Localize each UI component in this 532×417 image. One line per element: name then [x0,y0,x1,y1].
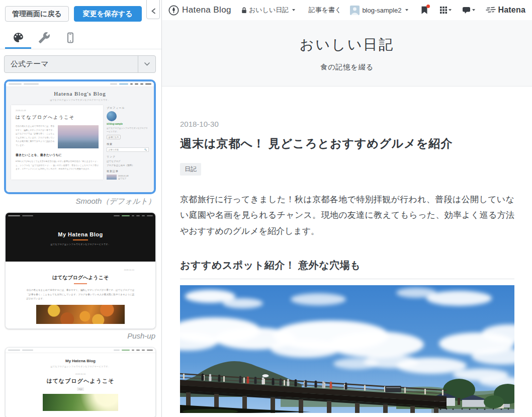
theme-list: Hatena Blog's Blog はてなブログはシンプルでモダンなブログサー… [0,79,161,417]
mini-post-title: はてなブログへようこそ [6,377,155,385]
username: blog-sample2 [362,7,401,14]
mini-section-title: 書きたいことを、書きたいうちに [16,153,99,157]
pushup-preview: My Hatena Blog はてなブログはシンプルでモダンなブログサービスです… [6,213,155,328]
entry-section-heading: おすすめスポット紹介！ 意外な穴場も [180,259,514,279]
mini-blog-subtitle: はてなブログはシンプルでモダンなブログサービスです。 [6,99,154,101]
mini-link-1: はてなブログ [107,160,149,162]
mini-post-body: 自分の考えをまとめて発信するには、書きやすく、編集しやすいブログが一番です。はて… [27,288,135,301]
design-tabs [0,28,161,49]
sidebar-actions: 管理画面に戻る 変更を保存する [0,0,161,22]
write-post-link[interactable]: 記事を書く [309,6,342,15]
mini-post-tag: 日記 [77,387,84,391]
blog-entry: 2018-10-30 週末は京都へ！ 見どころとおすすめグルメを紹介 日記 京都… [180,120,514,413]
mini-post-date: 2018-10-10 [6,373,155,375]
mini-section-body: HTMLタグを知らなくても太字や色文字の使いやすい配置が自由自在の「見たままモー… [16,159,99,171]
apps-menu[interactable] [440,7,452,14]
wrench-icon [38,32,50,44]
hatena-blog-logo[interactable]: Hatena Blog [168,5,231,16]
theme-caption-pushup: Push-up [4,331,155,341]
hatena-blog-design-page: 管理画面に戻る 変更を保存する 公式テーマ [0,0,532,417]
notification-dot [426,5,430,8]
blog-title[interactable]: おいしい日記 [162,20,532,54]
smartphone-icon [64,32,76,44]
mini-search-heading: 検索 [107,142,149,145]
entry-title[interactable]: 週末は京都へ！ 見どころとおすすめグルメを紹介 [180,136,514,151]
theme-category-value: 公式テーマ [11,59,49,69]
chevron-left-icon [151,8,156,14]
hatena-mark-icon [485,6,496,14]
orange-underline [74,283,87,284]
theme-thumbnail-smooth[interactable]: Hatena Blog's Blog はてなブログはシンプルでモダンなブログサー… [4,79,156,194]
blog-header: おいしい日記 食の記憶を綴る [162,20,532,87]
smooth-preview: Hatena Blog's Blog はてなブログはシンプルでモダンなブログサー… [6,81,154,192]
mini-post-body: 自分の考えをまとめて発信するには、書きやすく、編集しやすいブログが一番です。はて… [16,124,55,148]
collapse-sidebar-button[interactable] [146,0,160,19]
mini-post-title: はてなブログへようこそ [16,114,99,121]
grid-icon [440,7,447,14]
mini-blog-subtitle: はてなブログはシンプルでモダンなブログサービスです。 [6,243,155,245]
mini-follow-button: 読者になる [107,135,121,139]
mini-avatar [107,111,117,121]
mini-recent-thumb [107,175,117,180]
tab-theme[interactable] [5,28,31,49]
save-changes-button[interactable]: 変更を保存する [74,6,142,22]
blog-preview: Hatena Blog おいしい日記 記事を書く blog-sample2 [162,0,532,417]
mini-river-photo [43,394,118,411]
mini-recent-heading: 最新記事 [107,170,149,173]
current-blog-name: おいしい日記 [249,6,289,15]
design-sidebar: 管理画面に戻る 変更を保存する 公式テーマ [0,0,162,417]
mini-blog-subtitle: はてなブログはシンプルでモダンなブログサービスです。 [6,365,155,368]
mini-post-date: 2018-10-10 [6,262,155,271]
theme-thumbnail-pushup[interactable]: My Hatena Blog はてなブログはシンプルでモダンなブログサービスです… [5,212,156,329]
togetsukyo-bridge-photo [180,285,514,413]
speech-balloon-icon [462,7,471,14]
theme-caption-smooth: Smooth（デフォルト） [4,197,155,206]
hatena-portal-logo[interactable]: Hatena [485,6,525,15]
blog-subtitle: 食の記憶を綴る [162,63,532,72]
mini-side-id: id:blog-sample [107,123,149,125]
caret-down-icon [405,9,408,11]
tab-customize[interactable] [31,28,57,49]
theme-category-select[interactable]: 公式テーマ [4,55,156,73]
mini-post-title: はてなブログへようこそ [6,274,155,281]
mini-side-profile: プロフィール [107,106,149,109]
mini-post-date: 2018-01-08 [16,109,99,112]
theme-thumbnail-third[interactable]: My Hatena Blog はてなブログはシンプルでモダンなブログサービスです… [5,347,156,417]
messages-menu[interactable] [462,7,475,14]
caret-down-icon [472,9,475,11]
mini-sunset-photo [58,125,99,148]
entry-body: 京都旅行に行ってきました！秋は京都各地で特別拝観が行われ、普段は公開していない庭… [180,192,514,239]
mini-autumn-photo [36,305,125,324]
preview-navbar: Hatena Blog おいしい日記 記事を書く blog-sample2 [162,0,532,20]
caret-down-icon [449,9,452,11]
mini-blog-title: My Hatena Blog [6,231,155,237]
mini-navbar [6,81,154,87]
orange-underline [73,239,88,240]
bookmark-menu[interactable] [421,6,428,15]
chevron-down-icon [138,56,155,72]
tab-smartphone[interactable] [57,28,83,49]
caret-down-icon [292,9,295,11]
blog-switcher[interactable]: おいしい日記 [241,6,295,15]
hatena-text: Hatena [498,6,525,15]
pen-circle-icon [168,5,179,16]
entry-date[interactable]: 2018-10-30 [180,120,514,128]
category-tag[interactable]: 日記 [180,163,201,176]
mini-blog-title: Hatena Blog's Blog [6,91,154,97]
avatar [350,6,360,15]
lock-icon [241,7,247,14]
palette-icon [12,31,25,44]
third-preview: My Hatena Blog はてなブログはシンプルでモダンなブログサービスです… [6,348,155,417]
mini-search-box: 記事を検索🔍 [107,147,149,152]
account-menu[interactable]: blog-sample2 [350,6,408,15]
logo-text: Hatena Blog [182,5,231,15]
mini-side-desc: はてなブログはシンプルでモダンなブログサービスです。 [107,126,149,133]
back-to-admin-button[interactable]: 管理画面に戻る [5,6,69,22]
mini-links-heading: リンク [107,155,149,158]
mini-link-2: ブログをはじめる（無料） [107,164,149,166]
mini-blog-title: My Hatena Blog [6,359,155,363]
